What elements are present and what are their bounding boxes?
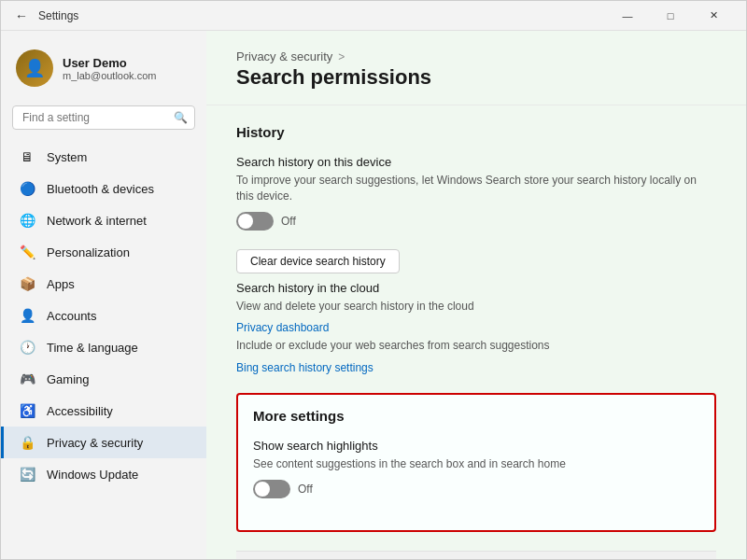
sidebar-item-label: Network & internet (47, 214, 147, 228)
maximize-button[interactable]: □ (649, 1, 692, 31)
sidebar-item-label: Windows Update (47, 468, 138, 482)
sidebar-item-privacy[interactable]: 🔒 Privacy & security (1, 427, 206, 458)
bluetooth-icon: 🔵 (19, 180, 35, 197)
sidebar-item-label: Apps (47, 277, 75, 291)
breadcrumb-area: Privacy & security > Search permissions (206, 31, 746, 105)
sidebar-item-gaming[interactable]: 🎮 Gaming (1, 363, 206, 395)
system-icon: 🖥 (19, 148, 35, 165)
sidebar-item-label: Bluetooth & devices (47, 182, 154, 196)
sidebar: 👤 User Demo m_lab@outlook.com 🔍 🖥 System… (1, 31, 206, 559)
show-highlights-label: Show search highlights (253, 439, 699, 453)
sidebar-item-label: System (47, 150, 87, 164)
user-email: m_lab@outlook.com (63, 70, 156, 81)
page-content-area: History Search history on this device To… (206, 105, 746, 559)
history-section-title: History (236, 124, 716, 140)
user-profile: 👤 User Demo m_lab@outlook.com (1, 42, 206, 102)
update-icon: 🔄 (19, 466, 35, 483)
sidebar-item-label: Accessibility (47, 404, 113, 418)
accounts-icon: 👤 (19, 307, 35, 324)
accessibility-icon: ♿ (19, 402, 35, 419)
apps-icon: 📦 (19, 275, 35, 292)
title-bar: ← Settings — □ ✕ (1, 1, 746, 31)
personalization-icon: ✏️ (19, 244, 35, 260)
sidebar-item-label: Accounts (47, 309, 96, 323)
sidebar-item-label: Gaming (47, 372, 90, 386)
sidebar-item-label: Privacy & security (47, 436, 143, 450)
search-history-device-desc: To improve your search suggestions, let … (236, 173, 716, 204)
sidebar-item-accessibility[interactable]: ♿ Accessibility (1, 395, 206, 427)
search-history-device-toggle[interactable] (236, 212, 274, 231)
more-settings-title: More settings (253, 408, 699, 424)
user-name: User Demo (63, 56, 156, 70)
footer-bar: 🛡 Privacy resources About these settings… (236, 551, 716, 559)
more-settings-section: More settings Show search highlights See… (236, 393, 716, 532)
privacy-dashboard-link[interactable]: Privacy dashboard (236, 321, 716, 334)
title-bar-left: ← Settings (12, 7, 606, 25)
search-history-cloud-label: Search history in the cloud (236, 281, 716, 295)
sidebar-item-bluetooth[interactable]: 🔵 Bluetooth & devices (1, 173, 206, 204)
show-highlights-toggle-row: Off (253, 480, 699, 498)
time-icon: 🕐 (19, 339, 35, 356)
content-area: 👤 User Demo m_lab@outlook.com 🔍 🖥 System… (1, 31, 746, 559)
bing-history-link[interactable]: Bing search history settings (236, 361, 716, 374)
window-title: Settings (38, 9, 78, 22)
user-info: User Demo m_lab@outlook.com (63, 56, 156, 81)
close-button[interactable]: ✕ (692, 1, 735, 31)
privacy-icon: 🔒 (19, 434, 35, 451)
breadcrumb-separator: > (338, 50, 345, 63)
clear-history-button[interactable]: Clear device search history (236, 249, 400, 273)
avatar: 👤 (16, 49, 53, 87)
breadcrumb-parent[interactable]: Privacy & security (236, 49, 332, 63)
sidebar-item-label: Time & language (47, 341, 138, 355)
search-history-cloud-desc1: View and delete your search history in t… (236, 299, 716, 315)
search-history-cloud: Search history in the cloud View and del… (236, 281, 716, 375)
show-highlights-setting: Show search highlights See content sugge… (253, 439, 699, 498)
sidebar-item-update[interactable]: 🔄 Windows Update (1, 458, 206, 490)
minimize-button[interactable]: — (606, 1, 649, 31)
search-history-cloud-desc2: Include or exclude your web searches fro… (236, 338, 716, 354)
show-highlights-toggle[interactable] (253, 480, 290, 498)
search-icon: 🔍 (174, 111, 188, 124)
breadcrumb: Privacy & security > (236, 49, 716, 63)
search-history-device-toggle-row: Off (236, 212, 716, 231)
search-history-device-toggle-label: Off (281, 215, 296, 228)
sidebar-item-personalization[interactable]: ✏️ Personalization (1, 236, 206, 268)
network-icon: 🌐 (19, 212, 35, 229)
settings-window: ← Settings — □ ✕ 👤 User Demo m_lab@outlo… (0, 0, 747, 560)
sidebar-item-accounts[interactable]: 👤 Accounts (1, 300, 206, 331)
sidebar-item-apps[interactable]: 📦 Apps (1, 268, 206, 300)
sidebar-item-label: Personalization (47, 245, 130, 259)
search-input[interactable] (12, 105, 195, 130)
page-title: Search permissions (236, 65, 716, 90)
back-button[interactable]: ← (12, 7, 31, 25)
show-highlights-toggle-label: Off (298, 483, 313, 496)
gaming-icon: 🎮 (19, 371, 35, 387)
sidebar-item-time[interactable]: 🕐 Time & language (1, 331, 206, 363)
sidebar-item-system[interactable]: 🖥 System (1, 141, 206, 173)
sidebar-item-network[interactable]: 🌐 Network & internet (1, 204, 206, 236)
main-content: Privacy & security > Search permissions … (206, 31, 746, 559)
show-highlights-desc: See content suggestions in the search bo… (253, 456, 699, 472)
search-history-device: Search history on this device To improve… (236, 155, 716, 231)
search-history-device-label: Search history on this device (236, 155, 716, 169)
window-controls: — □ ✕ (606, 1, 735, 31)
history-section: History Search history on this device To… (236, 124, 716, 374)
search-box[interactable]: 🔍 (12, 105, 195, 130)
